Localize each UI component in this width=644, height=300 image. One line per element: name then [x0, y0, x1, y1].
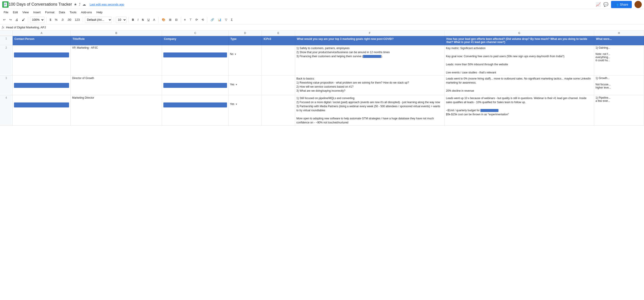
font-select[interactable]: Default (Ari... — [85, 17, 112, 23]
redo-button[interactable]: ↪ — [8, 17, 13, 22]
col-header-e[interactable]: E — [262, 31, 295, 36]
cell-4a[interactable] — [12, 95, 71, 126]
col-header-h[interactable]: H — [594, 31, 644, 36]
decimal0-button[interactable]: .0 — [60, 17, 65, 22]
menu-file[interactable]: File — [2, 10, 10, 14]
strikethrough-button[interactable]: S̶ — [140, 17, 145, 22]
cell-4b[interactable]: Marketing Director — [71, 95, 162, 126]
cell-4h[interactable]: 1) Pipeline...a few ever... — [594, 95, 644, 126]
print-button[interactable]: 🖨 — [14, 17, 20, 22]
header-cell-icp[interactable]: ICPv3 — [262, 36, 295, 45]
dropdown-arrow-2d[interactable]: ▼ — [234, 53, 236, 55]
header-cell-what[interactable]: What were... — [594, 36, 644, 45]
underline-button[interactable]: U — [146, 17, 151, 22]
header-cell-company[interactable]: Company — [162, 36, 228, 45]
cell-3c[interactable] — [162, 76, 228, 95]
cell-3h[interactable]: 1) Growth...Not focuse...higher leve... — [594, 76, 644, 95]
cloud-icon[interactable]: ☁ — [82, 2, 86, 6]
col-header-g[interactable]: G — [444, 31, 594, 36]
col-header-a[interactable]: A — [12, 31, 71, 36]
cell-3d[interactable]: Yes ▼ — [228, 76, 262, 95]
cell-3g[interactable]: Leads went to 0% (noone hiring staff)...… — [444, 76, 594, 95]
percent-button[interactable]: % — [54, 17, 59, 22]
cell-2d[interactable]: No ▼ — [228, 45, 262, 76]
bold-button[interactable]: B — [130, 17, 135, 22]
dropdown-3d[interactable]: Yes ▼ — [230, 83, 260, 86]
formula-icon: fx — [2, 25, 4, 29]
dropdown-2d[interactable]: No ▼ — [230, 52, 260, 56]
header-cell-contact[interactable]: Contact Person — [12, 36, 71, 45]
dropdown-arrow-3d[interactable]: ▼ — [235, 83, 238, 86]
wrap-button[interactable]: ⟲ — [200, 17, 205, 22]
spreadsheet-container[interactable]: A B C D E F G H 1 Contact Person Title/R… — [0, 31, 644, 299]
comment-icon[interactable]: 💬 — [604, 2, 608, 7]
cell-4c[interactable] — [162, 95, 228, 126]
link-button[interactable]: 🔗 — [209, 17, 216, 22]
move-icon[interactable]: ⤴ — [79, 2, 80, 6]
fill-color-button[interactable]: 🎨 — [160, 17, 167, 22]
share-label: Share — [620, 3, 628, 6]
col-header-c[interactable]: C — [162, 31, 228, 36]
functions-button[interactable]: Σ — [230, 17, 234, 22]
filter-button[interactable]: ▽ — [224, 17, 228, 22]
align-v-button[interactable]: ⊤ — [188, 17, 193, 22]
col-header-f[interactable]: F — [295, 31, 444, 36]
menu-view[interactable]: View — [20, 10, 30, 14]
cell-3e[interactable] — [262, 76, 295, 95]
menu-data[interactable]: Data — [57, 10, 67, 14]
borders-button[interactable]: ⊞ — [168, 17, 173, 22]
cell-3b[interactable]: Director of Growth — [71, 76, 162, 95]
merge-button[interactable]: ⊟ — [174, 17, 179, 22]
cell-3f[interactable]: Back to basics:1) Reworking value propos… — [295, 76, 444, 95]
row-num-1: 1 — [0, 36, 12, 45]
cell-4e[interactable] — [262, 95, 295, 126]
analyze-icon[interactable]: 📈 — [596, 2, 601, 7]
cell-2f[interactable]: 1) Safety to customers, partners, employ… — [295, 45, 444, 76]
menu-insert[interactable]: Insert — [31, 10, 42, 14]
italic-button[interactable]: I — [136, 17, 140, 22]
col-header-d[interactable]: D — [228, 31, 262, 36]
redacted-bar-4a — [14, 103, 69, 107]
header-cell-goals[interactable]: What would you say are your top 3 market… — [295, 36, 444, 45]
decimal00-button[interactable]: .00 — [66, 17, 73, 22]
align-h-button[interactable]: ≡ — [183, 17, 187, 22]
paint-button[interactable]: 🖌 — [20, 17, 26, 22]
text-rotate-button[interactable]: ⟳ — [194, 17, 199, 22]
dropdown-4d[interactable]: Yes ▼ — [230, 103, 260, 106]
zoom-select[interactable]: 100% — [30, 17, 44, 23]
cell-2h[interactable]: 1) Gaining...Note: not f...everything...… — [594, 45, 644, 76]
format123-button[interactable]: 123 — [74, 17, 81, 22]
menu-help[interactable]: Help — [94, 10, 104, 14]
col-header-b[interactable]: B — [71, 31, 162, 36]
star-icon[interactable]: ★ — [74, 2, 77, 6]
menu-tools[interactable]: Tools — [68, 10, 78, 14]
cell-4f[interactable]: 1) Still focused on pipeline/MQLs and co… — [295, 95, 444, 126]
header-cell-title[interactable]: Title/Role — [71, 36, 162, 45]
dropdown-arrow-4d[interactable]: ▼ — [235, 103, 238, 105]
header-cell-leadgen[interactable]: How has your lead gen efforts been affec… — [444, 36, 594, 45]
sep1 — [28, 17, 28, 22]
text-color-button[interactable]: A — [152, 17, 156, 22]
cell-2g[interactable]: Key metric: Significant activiationKey g… — [444, 45, 594, 76]
cell-2e[interactable] — [262, 45, 295, 76]
header-cell-type[interactable]: Type — [228, 36, 262, 45]
avatar[interactable] — [634, 1, 642, 8]
cell-2a[interactable] — [12, 45, 71, 76]
redacted-bar-4c — [163, 103, 227, 107]
menu-format[interactable]: Format — [43, 10, 56, 14]
undo-button[interactable]: ↩ — [2, 17, 7, 22]
cell-2c[interactable] — [162, 45, 228, 76]
menu-addons[interactable]: Add-ons — [79, 10, 94, 14]
dropdown-value-2d: No — [230, 52, 233, 56]
cell-4g[interactable]: Leads went up 10 x because of webinars -… — [444, 95, 594, 126]
menu-edit[interactable]: Edit — [11, 10, 20, 14]
app-icon — [2, 1, 8, 8]
share-button[interactable]: 👥 Share — [611, 1, 632, 8]
chart-button[interactable]: 📊 — [216, 17, 223, 22]
cell-4d[interactable]: Yes ▼ — [228, 95, 262, 126]
font-size-select[interactable]: 10 — [116, 17, 126, 23]
formula-content[interactable]: Head of Digital Marketing, APJ — [6, 26, 642, 29]
cell-2b[interactable]: VP, Marketing - APJC — [71, 45, 162, 76]
cell-3a[interactable] — [12, 76, 71, 95]
dollar-button[interactable]: $ — [48, 17, 52, 22]
